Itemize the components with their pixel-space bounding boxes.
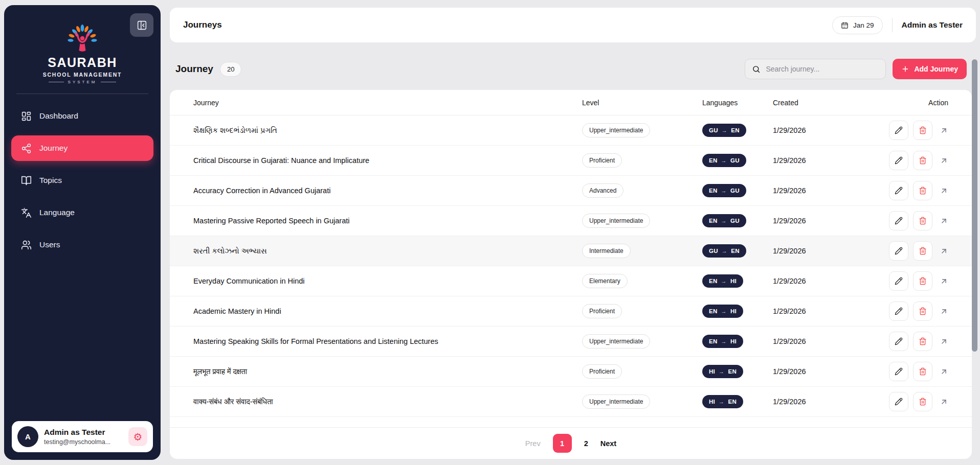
language-from: EN: [709, 157, 718, 164]
open-journey-icon[interactable]: [940, 247, 948, 255]
avatar: A: [17, 426, 38, 447]
sidebar-item-label: Topics: [39, 176, 62, 185]
open-journey-icon[interactable]: [940, 126, 948, 135]
open-journey-icon[interactable]: [940, 367, 948, 376]
add-journey-button[interactable]: Add Journey: [893, 59, 967, 79]
sidebar-item-label: Users: [39, 240, 60, 249]
delete-button[interactable]: [913, 362, 932, 381]
delete-button[interactable]: [913, 151, 932, 170]
row-actions: [872, 271, 948, 291]
journey-icon: [21, 143, 32, 154]
edit-button[interactable]: [889, 211, 908, 230]
edit-button[interactable]: [889, 332, 908, 351]
page-header: Journeys Jan 29 Admin as Tester: [170, 8, 976, 42]
open-journey-icon[interactable]: [940, 307, 948, 316]
open-journey-icon[interactable]: [940, 337, 948, 346]
settings-button[interactable]: ⚙: [128, 427, 147, 446]
row-actions: [872, 121, 948, 140]
arrow-right-icon: →: [719, 368, 724, 375]
sidebar-divider: [16, 94, 148, 94]
journey-title: શૈક્ષણિક શબ્દભંડોળમાં પ્રગતિ: [193, 126, 582, 135]
column-languages: Languages: [702, 99, 773, 107]
level-badge: Intermediate: [582, 244, 631, 258]
open-journey-icon[interactable]: [940, 156, 948, 165]
delete-button[interactable]: [913, 211, 932, 230]
level-badge: Upper_intermediate: [582, 123, 650, 137]
logo-tagline: SYSTEM: [4, 80, 161, 84]
language-to: EN: [728, 368, 737, 375]
delete-button[interactable]: [913, 332, 932, 351]
sidebar-item-topics[interactable]: Topics: [11, 168, 153, 193]
plus-icon: [901, 65, 909, 73]
sidebar-item-journey[interactable]: Journey: [11, 135, 153, 161]
table-header: Journey Level Languages Created Action: [170, 90, 972, 115]
journeys-table-card: Journey Level Languages Created Action શ…: [170, 90, 972, 459]
sidebar-nav: Dashboard Journey Topics Language Users: [4, 98, 161, 258]
pagination-next[interactable]: Next: [600, 439, 616, 448]
level-badge: Proficient: [582, 364, 622, 379]
edit-button[interactable]: [889, 121, 908, 140]
language-to: GU: [730, 218, 740, 224]
delete-button[interactable]: [913, 271, 932, 291]
sidebar-collapse-button[interactable]: [130, 13, 153, 37]
delete-button[interactable]: [913, 181, 932, 200]
add-journey-label: Add Journey: [914, 65, 958, 73]
edit-button[interactable]: [889, 392, 908, 411]
created-date: 1/29/2026: [773, 277, 872, 285]
created-date: 1/29/2026: [773, 126, 872, 134]
sidebar-item-dashboard[interactable]: Dashboard: [11, 103, 153, 129]
section-heading: Journey: [175, 63, 213, 75]
sidebar-item-language[interactable]: Language: [11, 200, 153, 225]
open-journey-icon[interactable]: [940, 398, 948, 406]
edit-button[interactable]: [889, 151, 908, 170]
scrollbar-thumb[interactable]: [972, 59, 977, 352]
row-actions: [872, 301, 948, 321]
sidebar-user-card[interactable]: A Admin as Tester testing@myschoolma... …: [12, 421, 153, 452]
delete-button[interactable]: [913, 241, 932, 261]
arrow-right-icon: →: [721, 338, 727, 344]
table-row: Mastering Speaking Skills for Formal Pre…: [170, 327, 972, 357]
language-from: GU: [709, 248, 718, 254]
sidebar-item-users[interactable]: Users: [11, 232, 153, 258]
journey-title: Mastering Speaking Skills for Formal Pre…: [193, 337, 582, 345]
language-from: HI: [709, 368, 715, 375]
level-badge: Proficient: [582, 304, 622, 318]
language-from: EN: [709, 308, 718, 314]
pagination-page-2[interactable]: 2: [584, 439, 588, 448]
search-input[interactable]: [766, 65, 879, 73]
edit-button[interactable]: [889, 181, 908, 200]
table-row: Accuracy Correction in Advanced Gujarati…: [170, 176, 972, 206]
pagination-prev[interactable]: Prev: [525, 439, 541, 448]
language-badge: EN → GU: [702, 154, 746, 167]
arrow-right-icon: →: [719, 399, 724, 405]
edit-button[interactable]: [889, 362, 908, 381]
edit-button[interactable]: [889, 241, 908, 261]
sidebar-item-label: Journey: [39, 144, 68, 153]
open-journey-icon[interactable]: [940, 187, 948, 195]
delete-button[interactable]: [913, 392, 932, 411]
open-journey-icon[interactable]: [940, 217, 948, 225]
users-icon: [21, 240, 32, 250]
column-created: Created: [773, 99, 872, 107]
column-level: Level: [582, 99, 702, 107]
user-name: Admin as Tester: [44, 428, 110, 437]
edit-button[interactable]: [889, 301, 908, 321]
language-from: HI: [709, 399, 715, 405]
delete-button[interactable]: [913, 301, 932, 321]
journey-title: वाक्य-संबंध और संवाद-संबंधिता: [193, 398, 582, 406]
level-badge: Upper_intermediate: [582, 394, 650, 409]
level-badge: Upper_intermediate: [582, 214, 650, 228]
row-actions: [872, 181, 948, 200]
date-pill[interactable]: Jan 29: [832, 16, 883, 34]
open-journey-icon[interactable]: [940, 277, 948, 286]
logo-subtitle: SCHOOL MANAGEMENT: [4, 72, 161, 78]
pagination-page-1[interactable]: 1: [553, 434, 572, 453]
language-from: EN: [709, 188, 718, 194]
arrow-right-icon: →: [721, 188, 727, 194]
language-to: GU: [730, 188, 740, 194]
user-email: testing@myschoolma...: [44, 438, 110, 446]
edit-button[interactable]: [889, 271, 908, 291]
sidebar-item-label: Language: [39, 208, 75, 217]
language-from: EN: [709, 338, 718, 344]
delete-button[interactable]: [913, 121, 932, 140]
